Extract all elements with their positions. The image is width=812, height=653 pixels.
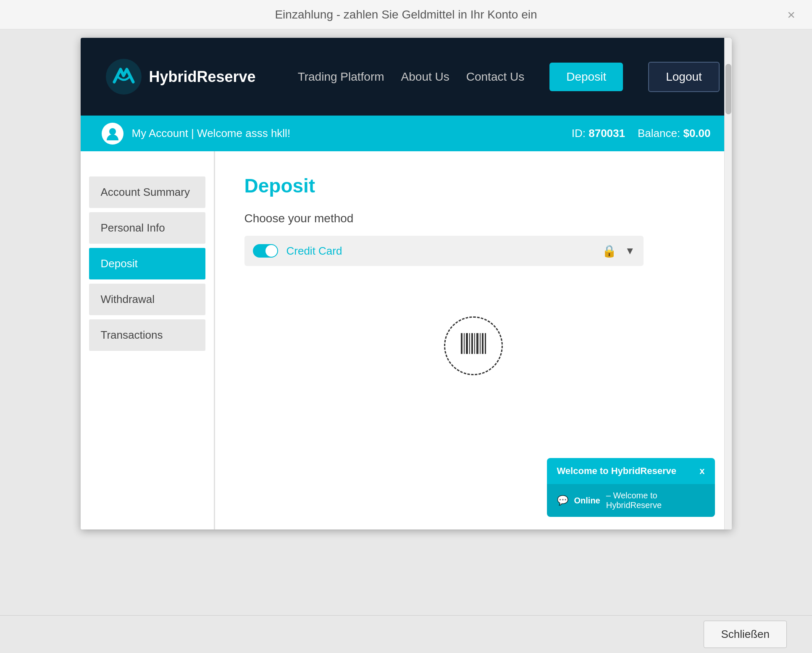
barcode-icon (461, 333, 486, 359)
chat-header-text: Welcome to HybridReserve (557, 466, 676, 477)
account-left: My Account | Welcome asss hkll! (102, 123, 291, 145)
close-button[interactable]: Schließen (704, 621, 787, 648)
chat-status-message: – Welcome to HybridReserve (606, 491, 705, 510)
logo-icon (106, 59, 142, 95)
toggle-switch[interactable] (253, 244, 278, 258)
sidebar-item-deposit[interactable]: Deposit (89, 248, 205, 279)
scrollbar-thumb[interactable] (725, 64, 731, 114)
sidebar: Account Summary Personal Info Deposit Wi… (81, 151, 215, 529)
svg-rect-11 (485, 333, 486, 354)
chat-header: Welcome to HybridReserve x (547, 458, 715, 484)
logo-area: HybridReserve (106, 59, 256, 95)
scrollbar[interactable] (724, 38, 732, 529)
loading-area (244, 291, 702, 400)
nav-links: Trading Platform About Us Contact Us (298, 70, 525, 84)
title-bar-text: Einzahlung - zahlen Sie Geldmittel in Ih… (275, 8, 537, 21)
chat-widget: Welcome to HybridReserve x 💬 Online – We… (547, 458, 715, 517)
nav-link-trading-platform[interactable]: Trading Platform (298, 70, 384, 84)
svg-rect-6 (471, 333, 473, 354)
account-balance-label: Balance: $0.00 (638, 127, 711, 140)
svg-point-1 (109, 128, 116, 135)
navbar: HybridReserve Trading Platform About Us … (81, 38, 732, 116)
account-bar: My Account | Welcome asss hkll! ID: 8700… (81, 116, 732, 151)
sidebar-item-withdrawal[interactable]: Withdrawal (89, 284, 205, 315)
svg-rect-5 (469, 333, 470, 354)
sidebar-item-personal-info[interactable]: Personal Info (89, 212, 205, 244)
sidebar-item-transactions[interactable]: Transactions (89, 319, 205, 351)
svg-rect-4 (466, 333, 468, 354)
title-bar: Einzahlung - zahlen Sie Geldmittel in Ih… (0, 0, 812, 29)
content-area: Account Summary Personal Info Deposit Wi… (81, 151, 732, 529)
choose-method-label: Choose your method (244, 212, 702, 225)
method-label: Credit Card (286, 245, 594, 258)
nav-logout-button[interactable]: Logout (648, 62, 720, 92)
svg-rect-10 (482, 333, 484, 354)
title-bar-close-button[interactable]: × (787, 7, 795, 22)
nav-deposit-button[interactable]: Deposit (549, 63, 623, 91)
lock-icon: 🔒 (602, 244, 617, 258)
svg-rect-9 (480, 333, 481, 354)
logo-text: HybridReserve (149, 68, 256, 86)
account-balance-value: $0.00 (683, 127, 710, 140)
sidebar-item-account-summary[interactable]: Account Summary (89, 176, 205, 208)
main-content: Deposit Choose your method Credit Card 🔒… (215, 151, 732, 529)
account-id-value: 870031 (589, 127, 625, 140)
browser-window: HybridReserve Trading Platform About Us … (81, 38, 732, 529)
svg-rect-7 (474, 333, 475, 354)
chat-status-online: Online (574, 496, 600, 506)
svg-rect-8 (476, 333, 478, 354)
nav-link-contact-us[interactable]: Contact Us (466, 70, 525, 84)
svg-rect-3 (464, 333, 465, 354)
method-selector: Credit Card 🔒 ▼ (244, 236, 644, 266)
nav-link-about-us[interactable]: About Us (401, 70, 449, 84)
chevron-down-icon[interactable]: ▼ (625, 245, 635, 257)
svg-rect-2 (461, 333, 462, 354)
page-title: Deposit (244, 174, 702, 197)
avatar (102, 123, 124, 145)
chat-close-button[interactable]: x (699, 466, 704, 477)
account-greeting: My Account | Welcome asss hkll! (132, 127, 291, 140)
chat-bubble-icon: 💬 (557, 495, 568, 506)
spinner-container (444, 316, 503, 375)
chat-status-bar[interactable]: 💬 Online – Welcome to HybridReserve (547, 484, 715, 517)
bottom-bar: Schließen (0, 615, 812, 653)
account-right: ID: 870031 Balance: $0.00 (572, 127, 711, 140)
account-id-label: ID: 870031 (572, 127, 625, 140)
